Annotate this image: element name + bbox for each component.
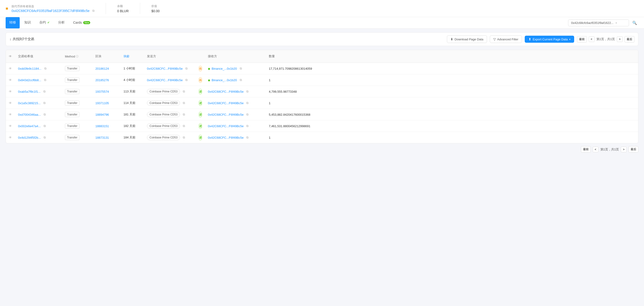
check-icon: ✔ bbox=[47, 21, 50, 24]
block-link[interactable]: 18883151 bbox=[96, 124, 109, 128]
copy-icon[interactable]: ⧉ bbox=[92, 9, 94, 13]
hash-link[interactable]: 0x4d1294f5f2b... bbox=[18, 136, 41, 139]
copy-hash-icon[interactable]: ⧉ bbox=[43, 90, 46, 93]
block-link[interactable]: 19375574 bbox=[96, 90, 109, 93]
copy-sender-icon[interactable]: ⧉ bbox=[185, 78, 188, 82]
hash-link[interactable]: 0xd7004346aa... bbox=[18, 113, 41, 116]
copy-hash-icon[interactable]: ⧉ bbox=[44, 113, 46, 116]
copy-hash-icon[interactable]: ⧉ bbox=[44, 67, 46, 70]
direction-badge: 进 bbox=[198, 135, 202, 140]
direction-badge: 出 bbox=[198, 66, 202, 71]
method-info-icon[interactable]: ⓘ bbox=[76, 55, 78, 58]
eye-icon[interactable]: 👁 bbox=[9, 78, 12, 82]
eye-icon[interactable]: 👁 bbox=[9, 136, 12, 139]
copy-sender-icon[interactable]: ⧉ bbox=[183, 90, 185, 93]
value-section: 价值 $0.00 bbox=[152, 4, 160, 13]
tab-cards[interactable]: Cards New bbox=[69, 17, 94, 28]
page-first-button[interactable]: 最前 bbox=[577, 36, 587, 43]
copy-receiver-icon[interactable]: ⧉ bbox=[240, 78, 242, 82]
copy-receiver-icon[interactable]: ⧉ bbox=[240, 67, 242, 70]
sender-pill: Coinbase Prime CD53 bbox=[147, 100, 180, 106]
download-page-data-button[interactable]: ⬇ Download Page Data bbox=[447, 36, 487, 43]
direction-badge: 进 bbox=[198, 100, 202, 106]
page-prev-button[interactable]: < bbox=[589, 36, 594, 42]
td-sender: Coinbase Prime CD53 ⧉ bbox=[144, 98, 196, 108]
copy-sender-icon[interactable]: ⧉ bbox=[183, 124, 185, 128]
copy-receiver-icon[interactable]: ⧉ bbox=[246, 136, 248, 139]
page-last-button[interactable]: 最后 bbox=[624, 36, 634, 43]
sender-pill: Coinbase Prime CD53 bbox=[147, 135, 180, 140]
receiver-link[interactable]: 0x42C68CFC...F6f49Bc5e bbox=[208, 90, 244, 93]
block-link[interactable]: 18873131 bbox=[96, 136, 109, 139]
copy-receiver-icon[interactable]: ⧉ bbox=[246, 124, 248, 128]
bottom-page-prev-button[interactable]: < bbox=[593, 147, 598, 152]
td-sender: Coinbase Prime CD53 ⧉ bbox=[144, 132, 196, 143]
page-next-button[interactable]: > bbox=[617, 36, 623, 42]
bottom-page-last-button[interactable]: 最后 bbox=[628, 146, 638, 152]
address-link[interactable]: 0x42C68CFC6AcF0351f9aF1622F395C7dF6f49Bc… bbox=[12, 9, 90, 13]
hash-link[interactable]: 0x843d2ccf6b8... bbox=[18, 78, 41, 82]
receiver-link[interactable]: 0x42C68CFC...F6f49Bc5e bbox=[208, 101, 244, 105]
eye-icon[interactable]: 👁 bbox=[9, 113, 12, 116]
td-receiver-extra bbox=[256, 77, 266, 83]
copy-sender-icon[interactable]: ⧉ bbox=[183, 113, 185, 116]
method-badge: Transfer bbox=[65, 66, 80, 71]
copy-hash-icon[interactable]: ⧉ bbox=[43, 101, 46, 105]
receiver-link[interactable]: 0x42C68CFC...F6f49Bc5e bbox=[208, 136, 244, 139]
export-current-page-button[interactable]: ⬆ Export Current Page Data ▾ bbox=[525, 36, 574, 43]
bottom-page-first-button[interactable]: 最前 bbox=[581, 146, 591, 152]
tab-knowledge[interactable]: 知识 bbox=[20, 17, 35, 28]
data-table: 👁 交易哈希值 Method ⓘ 区块 块龄 发送方 接收方 数量 👁 0xdd… bbox=[6, 50, 638, 143]
td-hash: 0x1a5c389215... ⧉ bbox=[15, 98, 62, 108]
eye-icon[interactable]: 👁 bbox=[9, 124, 12, 128]
divider-2 bbox=[140, 3, 140, 14]
eye-icon[interactable]: 👁 bbox=[9, 90, 12, 93]
td-direction: 进 bbox=[196, 97, 205, 109]
td-method: Transfer bbox=[62, 75, 92, 85]
copy-hash-icon[interactable]: ⧉ bbox=[44, 124, 46, 128]
receiver-link[interactable]: Binance_...0x1b20 bbox=[212, 78, 237, 82]
sender-link[interactable]: 0x42C68CFC...F6f49Bc5e bbox=[147, 67, 182, 70]
block-link[interactable]: 20185276 bbox=[96, 78, 109, 82]
td-eye: 👁 bbox=[6, 98, 15, 108]
bottom-page-info: 第1页，共1页 bbox=[600, 147, 619, 151]
sender-link[interactable]: 0x42C68CFC...F6f49Bc5e bbox=[147, 78, 182, 82]
search-button[interactable]: 🔍 bbox=[631, 19, 638, 27]
td-age: 4 小时前 bbox=[121, 75, 144, 85]
copy-hash-icon[interactable]: ⧉ bbox=[44, 136, 46, 139]
receiver-link[interactable]: 0x42C68CFC...F6f49Bc5e bbox=[208, 113, 244, 116]
hash-link[interactable]: 0xdd3fe9c1184... bbox=[18, 67, 42, 70]
method-badge: Transfer bbox=[65, 123, 80, 129]
copy-receiver-icon[interactable]: ⧉ bbox=[246, 113, 248, 116]
receiver-link[interactable]: Binance_...0x1b20 bbox=[212, 67, 237, 70]
hash-link[interactable]: 0x1a5c389215... bbox=[18, 101, 40, 105]
td-receiver-extra bbox=[256, 100, 266, 106]
block-link[interactable]: 20186124 bbox=[96, 67, 109, 70]
copy-receiver-icon[interactable]: ⧉ bbox=[246, 101, 248, 105]
copy-sender-icon[interactable]: ⧉ bbox=[183, 101, 185, 105]
eye-icon[interactable]: 👁 bbox=[9, 101, 12, 105]
bottom-page-next-button[interactable]: > bbox=[621, 147, 627, 152]
value-label: 价值 bbox=[152, 4, 160, 8]
hash-link[interactable]: 0x002e6e47a4... bbox=[18, 124, 41, 128]
tab-contract[interactable]: 合约 ✔ bbox=[36, 17, 54, 28]
hash-link[interactable]: 0xab5a7f9c1f1... bbox=[18, 90, 40, 93]
advanced-filter-button[interactable]: ▽ Advanced Filter bbox=[490, 36, 522, 43]
receiver-link[interactable]: 0x42C68CFC...F6f49Bc5e bbox=[208, 124, 244, 128]
copy-hash-icon[interactable]: ⧉ bbox=[44, 78, 46, 82]
direction-badge: 进 bbox=[198, 123, 202, 129]
td-age: 114 天前 bbox=[121, 98, 144, 108]
copy-sender-icon[interactable]: ⧉ bbox=[185, 67, 188, 70]
tab-analysis[interactable]: 分析 bbox=[54, 17, 68, 28]
copy-receiver-icon[interactable]: ⧉ bbox=[246, 90, 248, 93]
tab-transfer[interactable]: 转移 bbox=[6, 17, 20, 28]
td-direction: 进 bbox=[196, 132, 205, 143]
td-direction: 进 bbox=[196, 86, 205, 97]
search-close-icon[interactable]: × bbox=[616, 21, 617, 25]
copy-sender-icon[interactable]: ⧉ bbox=[183, 136, 185, 139]
block-link[interactable]: 19371105 bbox=[96, 101, 109, 105]
td-sender: Coinbase Prime CD53 ⧉ bbox=[144, 86, 196, 97]
table-row: 👁 0x4d1294f5f2b... ⧉ Transfer 18873131 1… bbox=[6, 132, 638, 143]
block-link[interactable]: 18894796 bbox=[96, 113, 109, 116]
eye-icon[interactable]: 👁 bbox=[9, 67, 12, 70]
